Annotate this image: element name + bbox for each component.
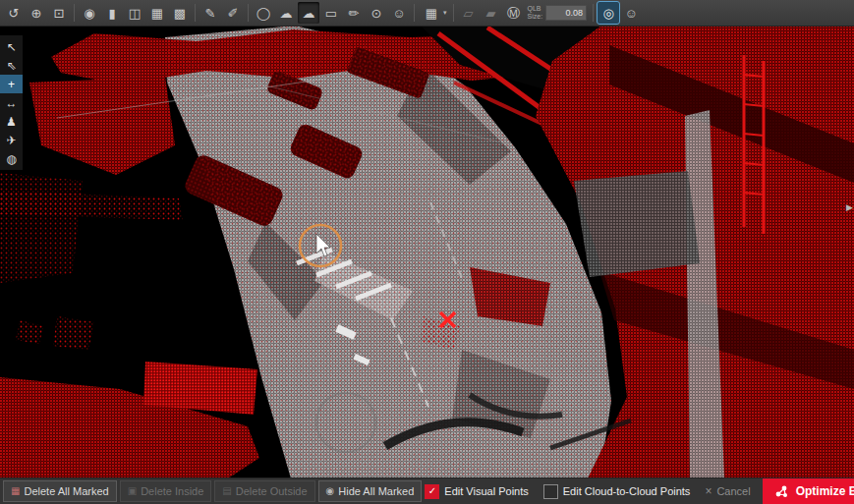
button-label: Hide All Marked: [338, 485, 414, 497]
top-toolbar: ↺⊕⊡◉▮◫▦▩✎✐◯☁☁▭✏⊙☺▦▾▱▰ⓂQLBSize:0.08◎☺: [0, 0, 854, 27]
delete-inside-icon: ▣: [128, 486, 137, 496]
qlb-size-control: QLBSize:0.08: [528, 5, 588, 21]
view-grid-icon[interactable]: ▩: [169, 2, 191, 24]
point-pick-icon[interactable]: ◎: [598, 2, 619, 24]
checkbox-checked-icon[interactable]: ✓: [425, 484, 439, 499]
reset-view-icon[interactable]: ↺: [3, 2, 25, 24]
fly-mode-icon[interactable]: ✈: [0, 131, 23, 149]
select-rectangle-icon[interactable]: ▭: [320, 2, 342, 24]
toolbar-separator: [195, 4, 196, 22]
view-3d-icon[interactable]: ◍: [0, 149, 23, 168]
select-circle-icon[interactable]: ◯: [253, 2, 274, 24]
toolbar-separator: [593, 4, 594, 22]
delete-all-marked-button[interactable]: ▦ Delete All Marked: [3, 480, 117, 502]
bounding-box-icon[interactable]: ▱: [458, 2, 480, 24]
add-scan-position-icon[interactable]: ☺: [388, 2, 410, 24]
close-icon: ×: [705, 485, 712, 497]
hide-marked-icon: ◉: [326, 486, 335, 496]
marker-pen-icon[interactable]: ✎: [199, 2, 221, 24]
checkbox-unchecked-icon[interactable]: [543, 484, 558, 499]
cancel-button[interactable]: × Cancel: [705, 485, 750, 497]
hide-all-marked-button[interactable]: ◉ Hide All Marked: [318, 480, 423, 502]
optimize-bundle-button[interactable]: Optimize Bundle: [763, 478, 854, 504]
cloud-view-icon[interactable]: ☁: [275, 2, 297, 24]
delete-inside-button[interactable]: ▣ Delete Inside: [120, 480, 212, 502]
toolbar-separator: [74, 4, 75, 22]
delete-marked-icon: ▦: [11, 486, 20, 496]
marker-line-icon[interactable]: ✐: [222, 2, 244, 24]
dropdown-caret-icon: ▾: [443, 9, 447, 17]
zoom-window-icon[interactable]: ⊡: [48, 2, 70, 24]
gray-overlap-patch: [574, 171, 700, 277]
select-cursor-icon[interactable]: ↖: [0, 37, 23, 56]
paint-select-icon[interactable]: ✏: [343, 2, 365, 24]
measure-menu-button[interactable]: ▦▾: [419, 2, 449, 24]
cloud-download-icon[interactable]: ☁: [298, 2, 319, 24]
red-speckle-patch: [53, 316, 94, 350]
qlb-size-label: QLBSize:: [528, 5, 543, 21]
qlb-mode-icon[interactable]: Ⓜ: [503, 2, 525, 24]
scan-position-icon[interactable]: ♟: [0, 112, 23, 131]
button-label: Delete All Marked: [24, 485, 108, 497]
point-cloud-scene: [0, 26, 854, 478]
pan-crosshair-icon[interactable]: +: [0, 75, 23, 93]
checkbox-label: Edit Cloud-to-Cloud Points: [563, 485, 691, 497]
bottom-bar: ▦ Delete All Marked ▣ Delete Inside ▤ De…: [0, 477, 854, 504]
button-label: Delete Outside: [236, 485, 308, 497]
point-cloud-app-window: ↺⊕⊡◉▮◫▦▩✎✐◯☁☁▭✏⊙☺▦▾▱▰ⓂQLBSize:0.08◎☺: [0, 0, 854, 504]
button-label: Delete Inside: [141, 485, 203, 497]
zoom-extents-icon[interactable]: ⊕: [26, 2, 47, 24]
optimize-label: Optimize Bundle: [796, 484, 854, 498]
scan-user-icon[interactable]: ☺: [620, 2, 642, 24]
toolbar-separator: [248, 4, 249, 22]
red-speckle-patch: [0, 173, 83, 283]
point-cloud-viewport[interactable]: ↖⇖+↔♟✈◍: [0, 26, 854, 478]
view-split-icon[interactable]: ◫: [124, 2, 145, 24]
measure-menu-icon[interactable]: ▦: [421, 2, 442, 24]
edit-visual-points-checkbox[interactable]: ✓ Edit Visual Points: [425, 484, 528, 499]
toolbar-separator: [453, 4, 454, 22]
view-quad-icon[interactable]: ▦: [146, 2, 168, 24]
bundle-cluster-icon: [774, 484, 789, 499]
view-single-icon[interactable]: ▮: [101, 2, 123, 24]
location-pin-icon[interactable]: ⊙: [366, 2, 387, 24]
cancel-label: Cancel: [716, 485, 750, 497]
qlb-size-input[interactable]: 0.08: [545, 5, 587, 21]
panel-expand-icon[interactable]: ▶: [846, 202, 853, 212]
select-cursor-add-icon[interactable]: ⇖: [0, 56, 23, 75]
checkbox-label: Edit Visual Points: [444, 485, 528, 497]
box-clip-icon[interactable]: ▰: [481, 2, 502, 24]
left-toolbar: ↖⇖+↔♟✈◍: [0, 35, 23, 170]
delete-outside-icon: ▤: [222, 486, 231, 496]
delete-outside-button[interactable]: ▤ Delete Outside: [214, 480, 314, 502]
measure-distance-icon[interactable]: ↔: [0, 93, 23, 112]
edit-cloud-to-cloud-checkbox[interactable]: Edit Cloud-to-Cloud Points: [543, 484, 691, 499]
screenshot-camera-icon[interactable]: ◉: [79, 2, 100, 24]
toolbar-separator: [414, 4, 415, 22]
